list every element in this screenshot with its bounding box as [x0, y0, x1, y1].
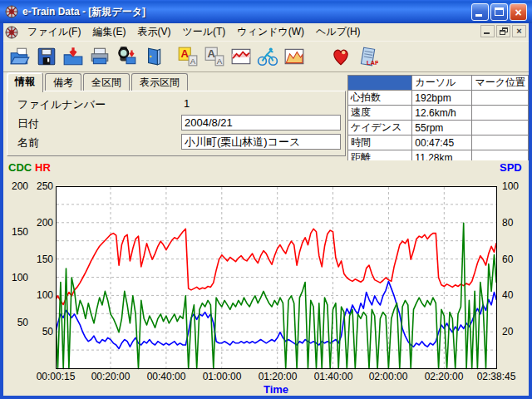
row-label-heart-rate: 心拍数 — [348, 91, 412, 106]
tab-strip: 情報 備考 全区間 表示区間 — [7, 75, 190, 91]
row-label-cadence: ケイデンス — [348, 121, 412, 135]
minimize-button[interactable] — [471, 3, 489, 21]
open-file-button[interactable] — [7, 43, 33, 70]
printer-icon — [89, 46, 111, 67]
line-graph-button[interactable] — [228, 43, 254, 70]
mdi-restore-button[interactable] — [496, 25, 510, 37]
x-tick: 02:20:00 — [425, 372, 464, 382]
app-window: e-Train Data - [新規データ] × ファイル(F) 編集(E) 表… — [0, 0, 532, 399]
tab-info[interactable]: 情報 — [7, 72, 43, 92]
mdi-child-icon — [5, 26, 18, 39]
date-field[interactable] — [181, 115, 341, 131]
line-graph-icon — [230, 46, 252, 67]
font-larger-button[interactable]: A A — [175, 43, 201, 70]
cursor-heart-rate: 192bpm — [412, 91, 472, 106]
font-smaller-icon: A A — [204, 46, 225, 67]
window-title: e-Train Data - [新規データ] — [22, 5, 145, 19]
cursor-table: カーソル マーク位置 心拍数 192bpm 速度 12.6km/h ケイデンス … — [347, 75, 529, 165]
x-tick: 01:40:00 — [314, 372, 353, 382]
mdi-close-button[interactable]: × — [512, 25, 526, 37]
y-tick-spd: 100 — [502, 180, 530, 192]
menu-file[interactable]: ファイル(F) — [22, 23, 86, 41]
mark-speed — [472, 106, 529, 121]
file-number-value: 1 — [184, 97, 190, 110]
app-logo-icon — [5, 5, 18, 18]
mdi-close-icon: × — [513, 26, 525, 37]
plot[interactable] — [56, 186, 498, 370]
mark-cadence — [472, 121, 529, 135]
import-folder-icon — [62, 46, 84, 67]
y-tick-cdc: 200 — [5, 180, 28, 192]
area-graph-icon — [283, 46, 305, 67]
minimize-icon — [475, 14, 482, 17]
axis-label-hr: HR — [35, 161, 51, 174]
file-number-label: ファイルナンバー — [17, 97, 106, 112]
lap-data-button[interactable]: LAP — [354, 43, 381, 70]
table-row: ケイデンス 55rpm — [348, 121, 529, 135]
mark-time — [472, 135, 529, 150]
name-field[interactable] — [181, 134, 341, 150]
open-folder-icon — [9, 46, 31, 67]
y-tick-hr: 100 — [30, 289, 53, 301]
tab-notes[interactable]: 備考 — [45, 73, 81, 91]
svg-text:A: A — [190, 57, 196, 66]
y-tick-hr: 200 — [30, 217, 53, 229]
date-label: 日付 — [17, 116, 39, 131]
font-larger-icon: A A — [177, 46, 199, 67]
heart-rate-button[interactable] — [328, 43, 354, 70]
chart-area: CDC20015010050HR25020015010050SPD1008060… — [3, 160, 529, 396]
x-tick: 01:00:00 — [203, 372, 242, 382]
table-header-row: カーソル マーク位置 — [348, 76, 529, 91]
menu-bar: ファイル(F) 編集(E) 表示(V) ツール(T) ウィンドウ(W) ヘルプ(… — [3, 23, 529, 42]
table-row: 速度 12.6km/h — [348, 106, 529, 121]
x-tick: 00:00:15 — [37, 372, 76, 382]
hrm-watch-icon — [116, 46, 137, 67]
y-tick-hr: 50 — [30, 326, 53, 337]
close-button[interactable]: × — [510, 3, 527, 21]
mdi-minimize-icon — [484, 32, 490, 34]
x-tick: 02:00:00 — [369, 372, 408, 382]
svg-text:LAP: LAP — [367, 59, 378, 66]
y-tick-hr: 150 — [30, 254, 53, 265]
header-corner-cell — [348, 76, 412, 91]
save-button[interactable] — [33, 43, 60, 70]
import-data-button[interactable] — [60, 43, 86, 70]
heart-icon — [330, 46, 352, 67]
y-tick-spd: 60 — [502, 254, 530, 265]
cursor-speed: 12.6km/h — [412, 106, 472, 121]
x-tick: 00:40:00 — [147, 372, 186, 382]
y-tick-cdc: 100 — [5, 272, 28, 283]
area-graph-button[interactable] — [281, 43, 308, 70]
mark-heart-rate — [472, 91, 529, 106]
font-smaller-button[interactable]: A A — [201, 43, 228, 70]
title-bar[interactable]: e-Train Data - [新規データ] × — [0, 0, 532, 23]
header-mark: マーク位置 — [472, 76, 529, 91]
x-tick: 01:20:00 — [259, 372, 298, 382]
menu-window[interactable]: ウィンドウ(W) — [231, 23, 310, 41]
mdi-minimize-button[interactable] — [480, 25, 495, 37]
menu-view[interactable]: 表示(V) — [131, 23, 176, 41]
row-label-speed: 速度 — [348, 106, 412, 121]
tab-all-sections[interactable]: 全区間 — [83, 73, 130, 91]
svg-text:A: A — [217, 57, 223, 66]
y-tick-spd: 80 — [502, 217, 530, 229]
header-cursor: カーソル — [412, 76, 472, 91]
cursor-cadence: 55rpm — [412, 121, 472, 135]
y-tick-spd: 20 — [502, 326, 530, 337]
training-data-button[interactable] — [254, 43, 281, 70]
menu-help[interactable]: ヘルプ(H) — [310, 23, 367, 41]
menu-tools[interactable]: ツール(T) — [176, 23, 231, 41]
print-button[interactable] — [86, 43, 113, 70]
axis-label-spd: SPD — [500, 161, 522, 174]
maximize-button[interactable] — [490, 3, 508, 21]
svg-text:A: A — [208, 47, 216, 60]
exit-button[interactable] — [140, 43, 166, 70]
axis-label-cdc: CDC — [8, 161, 32, 174]
menu-edit[interactable]: 編集(E) — [86, 23, 131, 41]
name-label: 名前 — [17, 135, 39, 150]
table-row: 心拍数 192bpm — [348, 91, 529, 106]
maximize-icon — [495, 7, 504, 16]
x-tick: 02:38:45 — [477, 372, 516, 382]
receive-from-device-button[interactable] — [113, 43, 140, 70]
tab-display-section[interactable]: 表示区間 — [131, 73, 188, 91]
